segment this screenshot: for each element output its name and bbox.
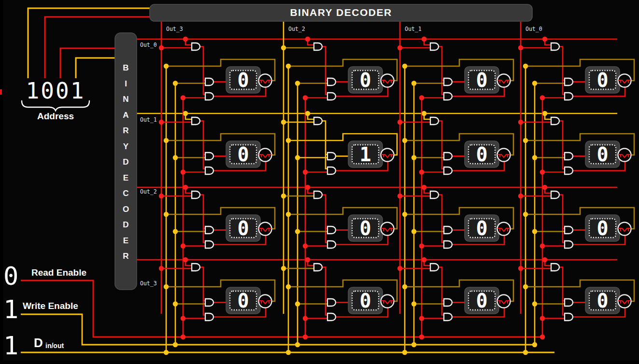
junction-dot [532,81,537,85]
memory-cell-value: 0 [359,69,371,91]
junction-dot [532,155,537,160]
wire-cell-select-out [199,195,205,243]
address-label: Address [37,111,74,121]
junction-dot [305,257,310,262]
junction-dot [164,350,169,355]
and-gate-read[interactable] [327,93,336,100]
and-gate-select[interactable] [314,43,322,50]
and-gate-read[interactable] [327,167,336,174]
wire-cell-select-out [322,121,327,169]
and-gate-select[interactable] [314,117,322,125]
junction-dot [159,266,164,271]
wire-cell-select-out [322,267,327,315]
left-decoder-title-letter: R [123,126,128,135]
junction-dot [181,169,185,174]
junction-dot [540,169,545,174]
junction-dot [419,243,424,248]
and-gate-read[interactable] [565,167,573,174]
and-gate-select[interactable] [551,43,559,50]
address-value[interactable]: 1001 [26,78,85,104]
and-gate-select[interactable] [192,43,200,50]
and-gate-read[interactable] [205,93,213,100]
and-gate-write[interactable] [565,153,573,160]
junction-dot [281,194,286,198]
and-gate-write[interactable] [205,299,213,306]
and-gate-read[interactable] [444,93,452,100]
and-gate-write[interactable] [444,153,452,160]
and-gate-select[interactable] [430,43,439,50]
junction-dot [532,229,537,234]
junction-dot [181,316,185,321]
and-gate-select[interactable] [551,264,559,271]
and-gate-read[interactable] [327,313,336,321]
memory-cell-value: 0 [596,143,608,166]
and-gate-write[interactable] [327,226,336,234]
and-gate-select[interactable] [430,264,439,271]
junction-dot [419,316,424,321]
left-decoder-output-label: Out_2 [140,188,157,195]
and-gate-select[interactable] [314,264,322,271]
and-gate-read[interactable] [565,93,573,100]
data-in-out-pin[interactable]: 1 [3,331,18,360]
and-gate-write[interactable] [327,78,336,85]
junction-dot [295,301,300,306]
wire-cell-select-out [559,47,565,95]
memory-cell-value: 0 [596,290,608,312]
wire-cell-select-out [559,195,565,243]
and-gate-read[interactable] [444,167,452,174]
read-enable-label: Read Enable [31,267,86,278]
wire-cell-select-out [199,121,205,169]
memory-cell-value: 0 [359,217,371,239]
junction-dot [286,138,291,143]
top-decoder-output-label: Out_2 [288,26,305,32]
write-enable-pin[interactable]: 1 [3,295,18,324]
and-gate-select[interactable] [192,264,200,271]
left-decoder-title-letter: B [123,63,128,72]
and-gate-write[interactable] [205,153,213,160]
left-decoder-title-letter: E [123,173,128,182]
and-gate-write[interactable] [444,78,452,85]
and-gate-read[interactable] [205,313,213,321]
junction-dot [159,120,164,125]
and-gate-read[interactable] [327,241,336,248]
junction-dot [398,120,402,125]
junction-dot [173,81,178,85]
and-gate-select[interactable] [551,191,559,198]
read-enable-pin[interactable]: 0 [3,262,18,291]
and-gate-write[interactable] [565,226,573,234]
wire-read-enable-bus [21,280,542,337]
junction-dot [398,266,402,271]
and-gate-select[interactable] [192,117,200,125]
and-gate-write[interactable] [565,78,573,85]
junction-dot [164,64,169,69]
and-gate-read[interactable] [565,313,573,321]
and-gate-select[interactable] [551,117,559,125]
junction-dot [164,284,169,289]
junction-dot [305,37,310,42]
and-gate-read[interactable] [444,313,452,321]
and-gate-read[interactable] [444,241,452,248]
wire-cell-select-out [438,267,444,315]
and-gate-write[interactable] [444,299,452,306]
and-gate-write[interactable] [327,299,336,306]
junction-dot [518,120,523,125]
junction-dot [540,316,545,321]
junction-dot [523,64,528,69]
and-gate-write[interactable] [565,299,573,306]
and-gate-write[interactable] [444,226,452,234]
and-gate-read[interactable] [565,241,573,248]
and-gate-write[interactable] [327,153,336,160]
and-gate-select[interactable] [192,191,200,198]
junction-dot [286,350,291,355]
and-gate-write[interactable] [205,226,213,234]
and-gate-write[interactable] [205,78,213,85]
wire-cell-select-out [438,47,444,95]
and-gate-select[interactable] [314,191,322,198]
and-gate-select[interactable] [430,191,439,198]
and-gate-read[interactable] [205,167,213,174]
bottom-edge-bar [0,361,639,364]
and-gate-read[interactable] [205,241,213,248]
and-gate-select[interactable] [430,117,439,125]
wire-cell-select-out [199,47,205,95]
memory-cell-value: 0 [476,290,487,312]
